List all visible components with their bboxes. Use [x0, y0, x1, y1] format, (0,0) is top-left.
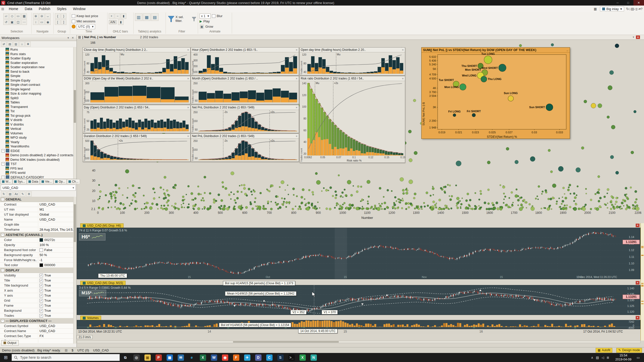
dist-panel-dow[interactable]: DOW (Open Day of the Week) Distribution … [83, 76, 191, 104]
navigate-icon[interactable]: ⊕ [33, 13, 39, 19]
checkbox-icon[interactable]: ✓ [40, 289, 43, 292]
dist-panel-hour-open[interactable]: Hour (Open) Distribution 2 202 trades (1… [191, 47, 299, 75]
dist-panel-close-day-time[interactable]: Close day time (floating hours) Distribu… [83, 47, 191, 75]
property-value[interactable]: ✓True [38, 284, 77, 287]
funnel-icon[interactable] [167, 15, 174, 23]
checkbox-icon[interactable]: ✓ [40, 304, 43, 307]
expander-icon[interactable]: − [2, 162, 5, 166]
checkbox-icon[interactable]: ✓ [40, 314, 43, 317]
workspace-item[interactable]: FPS world [0, 171, 77, 175]
inlay-selector[interactable]: Big inlay ▾ [600, 7, 624, 11]
property-value[interactable]: ✓True [38, 304, 77, 307]
workspace-item[interactable]: Scatter exploration new [0, 65, 77, 69]
workspace-item[interactable]: Single chart contract [0, 83, 77, 87]
toolbar-icon[interactable]: ▷ [636, 7, 639, 11]
property-value[interactable]: ✓True [38, 294, 77, 297]
title-bar-tab[interactable]: Cmd chart (Timeframe 13 Oct [7, 1, 50, 5]
an-toggle[interactable]: A/N [109, 20, 117, 24]
dist-panel-net-pnl-2[interactable]: Net PnL Distribution 2 202 trades (1 653… [191, 134, 299, 162]
terminal-icon[interactable]: >_ [286, 353, 297, 362]
blur-checkbox[interactable] [212, 14, 215, 18]
checkbox-icon[interactable]: ✓ [40, 294, 43, 297]
close-icon[interactable]: ✕ [402, 49, 404, 51]
workspace-item[interactable]: Yearly [0, 140, 77, 144]
property-row[interactable]: Visibility✓True [0, 273, 77, 278]
camera-icon[interactable]: ◎ [131, 353, 142, 362]
navigate-icon[interactable]: ⊖ [39, 13, 45, 19]
properties-toolbar-icon[interactable]: Az [14, 191, 19, 196]
property-value[interactable]: ✓True [38, 273, 77, 277]
sidebar-tab-4[interactable]: Vie... [40, 179, 53, 184]
workspace-item[interactable]: Simple Equity [0, 78, 77, 83]
ohlc-icon[interactable]: ▮ [121, 13, 126, 19]
property-row[interactable]: Frame✓True [0, 303, 77, 308]
menu-item-publish[interactable]: Publish [35, 6, 54, 12]
selection-icon[interactable]: ◫ [15, 19, 21, 25]
menu-item-styles[interactable]: Styles [54, 6, 70, 12]
speed-select[interactable]: x 1 ▾ [200, 14, 211, 19]
play-button[interactable]: Play [203, 19, 210, 23]
mail-icon[interactable]: ✉ [175, 353, 186, 362]
m15-candle-chart[interactable]: 3 d 5 h Range 0.03881 Growth 0.44 % M15*… [77, 285, 640, 315]
tab-usdcad-h6[interactable]: USD_CAD (M1 Disp. H6) [80, 223, 124, 228]
design-mode-button[interactable]: ✎ Design mode [616, 348, 642, 353]
firefox-icon[interactable]: F [231, 353, 242, 362]
word-icon[interactable]: W [208, 353, 219, 362]
checkbox-icon[interactable]: ✓ [40, 274, 43, 277]
property-value[interactable]: USD_CAD [38, 218, 77, 221]
contract-selector[interactable]: USD_CAD ▾ [1, 185, 76, 191]
workspace-item[interactable]: Volumes [0, 131, 77, 136]
property-row[interactable]: Background opacity50 % [0, 253, 77, 258]
workspaces-toolbar-icon[interactable]: ⇄ [1, 42, 7, 47]
expander-icon[interactable]: − [2, 176, 5, 179]
property-value[interactable]: M1 [38, 208, 77, 211]
sidebar-tab-6[interactable]: Ch... [67, 179, 80, 184]
workspace-item[interactable]: Transparent [0, 105, 77, 109]
menu-item-data[interactable]: Data [21, 6, 35, 12]
property-value[interactable]: 50 % [38, 253, 77, 257]
property-row[interactable]: Grid✓True [0, 298, 77, 303]
tab-usdcad-m15[interactable]: USD_CAD (M1 Disp. M15) [80, 281, 126, 285]
property-row[interactable]: Title✓True [0, 278, 77, 283]
expander-icon[interactable]: − [1, 198, 4, 201]
toolbar-icon[interactable]: ⌂ [629, 7, 631, 11]
dow-scatter-panel[interactable]: SUM(| Net PnL |) vs STDEV(Net Return) by… [421, 47, 570, 139]
workspace-item[interactable]: Demo (costs disabled) 2 alphas-2 contrac… [0, 153, 77, 157]
close-icon[interactable]: ✕ [187, 135, 189, 138]
close-icon[interactable]: ✕ [636, 281, 639, 285]
sidebar-tab-3[interactable]: Data [27, 179, 40, 184]
bars-icon[interactable]: ▮ [118, 19, 124, 25]
selection-icon[interactable]: ▭ [15, 13, 21, 19]
menu-pin-icon[interactable]: ▤ [0, 7, 6, 11]
property-section[interactable]: −DISPLAY [0, 268, 77, 273]
dist-panel-day-open[interactable]: Day (Open) Distribution 2 202 trades (1 … [83, 105, 191, 133]
workspace-item[interactable]: Split3 [0, 96, 77, 100]
volumes-chart[interactable]: 7242 0 -4000 [77, 320, 640, 329]
workspace-group[interactable]: −DEFAULT-CATEGORY [0, 175, 77, 179]
workspace-item[interactable]: Vertical [0, 127, 77, 131]
funnel-small-icon[interactable] [191, 16, 196, 22]
dist-panel-net-pnl-1[interactable]: Net PnL Distribution 2 202 trades (1 653… [191, 105, 299, 133]
workspace-item[interactable]: Simple [0, 74, 77, 78]
sidebar-tab-1[interactable]: W... [1, 179, 12, 184]
properties-toolbar-icon[interactable]: ↻ [1, 191, 7, 196]
tray-icon[interactable]: ◁ [601, 356, 604, 359]
selection-icon[interactable]: ↺ [3, 19, 9, 25]
steam-icon[interactable]: S [275, 353, 286, 362]
workspaces-toolbar-icon[interactable]: ▤ [7, 42, 13, 47]
dist-panel-duration[interactable]: Duration Distribution 2 202 trades (1 65… [83, 134, 191, 162]
keep-last-price-checkbox[interactable] [72, 14, 75, 18]
property-value[interactable]: ✓True [38, 289, 77, 292]
tables-icon[interactable]: ▥ [135, 13, 142, 21]
taskbar-clock[interactable]: 15:54 2019-04-09 [615, 353, 631, 362]
property-row[interactable]: Trades✓True [0, 313, 77, 318]
property-value[interactable]: 28 Aug 2014, Thu 14:5.. [38, 228, 77, 231]
property-row[interactable]: Background foot colorFalse [0, 248, 77, 253]
property-row[interactable]: Graph title [0, 222, 77, 227]
group-icon[interactable]: } [61, 13, 66, 19]
tree-scrollbar[interactable] [73, 47, 77, 179]
workspaces-toolbar-icon[interactable]: ⌂ [19, 42, 25, 47]
collapse-icon[interactable]: .. [566, 48, 568, 52]
h6-candle-chart[interactable]: 74 d 11 h Range 0.07 Growth 5.6 % H6* 1.… [77, 228, 640, 279]
checkbox-icon[interactable]: ✓ [40, 284, 43, 287]
